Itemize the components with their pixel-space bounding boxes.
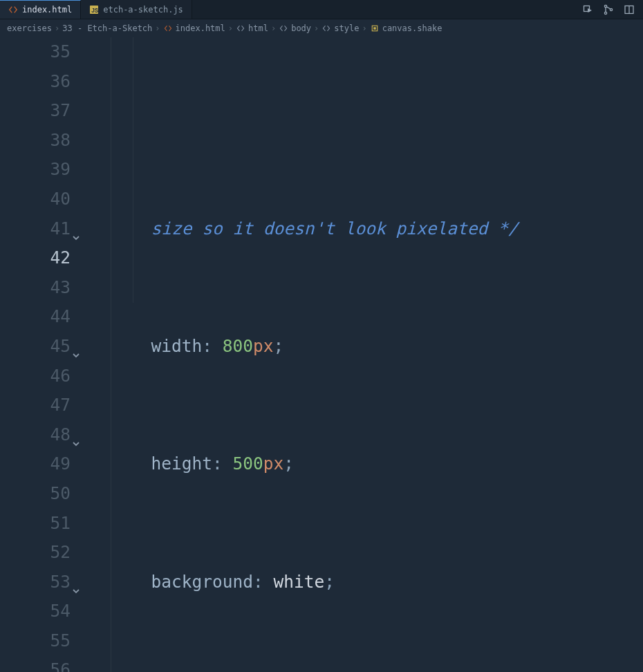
line-number: 48: [0, 420, 71, 450]
chevron-right-icon: ›: [271, 24, 276, 33]
crumb-html[interactable]: html: [236, 24, 268, 33]
line-number: 41: [0, 214, 71, 244]
code-editor[interactable]: 3536373839404142434445464748495051525354…: [0, 37, 643, 672]
crumb-style[interactable]: style: [322, 24, 359, 33]
line-number: 42: [0, 243, 71, 273]
line-number: 53: [0, 568, 71, 597]
line-number: 55: [0, 626, 71, 656]
chevron-right-icon: ›: [314, 24, 319, 33]
js-file-icon: JS: [89, 5, 99, 15]
crumb-exercises[interactable]: exercises: [7, 24, 52, 33]
line-number: 52: [0, 538, 71, 568]
line-number: 46: [0, 362, 71, 391]
chevron-right-icon: ›: [155, 24, 160, 33]
tag-icon: [322, 24, 331, 33]
tag-icon: [236, 24, 245, 33]
crumb-body[interactable]: body: [279, 24, 311, 33]
selector-icon: [370, 24, 380, 33]
chevron-right-icon: ›: [362, 24, 366, 33]
line-number: 56: [0, 655, 71, 672]
tag-icon: [279, 24, 288, 33]
svg-point-4: [604, 5, 606, 7]
tab-index-html[interactable]: index.html: [0, 0, 81, 19]
code-comment: size so it doesn't look pixelated */: [151, 218, 519, 239]
line-number: 37: [0, 96, 71, 126]
split-editor-icon[interactable]: [624, 4, 635, 15]
svg-point-6: [610, 8, 612, 10]
line-number: 39: [0, 155, 71, 185]
tab-bar: index.html JS etch-a-sketch.js: [0, 0, 643, 19]
run-icon[interactable]: [582, 4, 593, 15]
chevron-right-icon: ›: [55, 24, 59, 33]
line-number: 51: [0, 509, 71, 539]
crumb-folder[interactable]: 33 - Etch-a-Sketch: [62, 24, 152, 33]
titlebar-actions: [582, 0, 643, 19]
source-control-icon[interactable]: [603, 4, 614, 15]
breadcrumb: exercises › 33 - Etch-a-Sketch › index.h…: [0, 19, 643, 37]
tab-label: index.html: [22, 5, 72, 15]
line-gutter: 3536373839404142434445464748495051525354…: [0, 37, 77, 672]
svg-text:JS: JS: [92, 7, 99, 13]
line-number: 54: [0, 597, 71, 626]
line-number: 43: [0, 273, 71, 303]
tab-label: etch-a-sketch.js: [103, 5, 183, 15]
svg-rect-10: [374, 28, 375, 29]
svg-point-5: [604, 12, 606, 14]
line-number: 50: [0, 479, 71, 509]
html-file-icon: [163, 24, 173, 33]
line-number: 36: [0, 67, 71, 97]
line-number: 49: [0, 449, 71, 479]
crumb-file[interactable]: index.html: [163, 24, 225, 33]
chevron-right-icon: ›: [228, 24, 233, 33]
crumb-selector[interactable]: canvas.shake: [370, 24, 442, 33]
tab-etch-a-sketch-js[interactable]: JS etch-a-sketch.js: [81, 0, 192, 19]
html-file-icon: [8, 5, 18, 15]
line-number: 35: [0, 37, 71, 67]
line-number: 45: [0, 332, 71, 362]
line-number: 44: [0, 302, 71, 332]
line-number: 40: [0, 185, 71, 214]
line-number: 47: [0, 391, 71, 420]
code-area[interactable]: size so it doesn't look pixelated */ wid…: [77, 37, 643, 672]
line-number: 38: [0, 126, 71, 156]
